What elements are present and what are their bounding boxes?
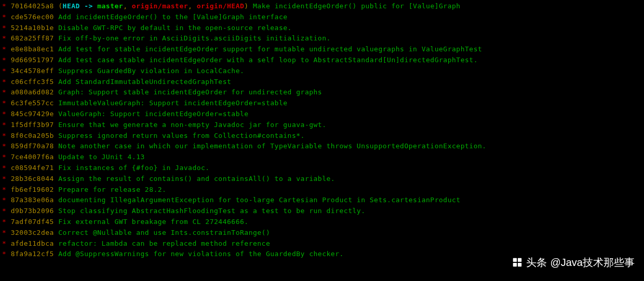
- commit-line: * cde576ec00 Add incidentEdgeOrder() to …: [2, 12, 642, 23]
- commit-hash: 8fa9a12cf5: [11, 250, 54, 258]
- graph-star: *: [2, 250, 6, 258]
- commit-message: Fix external GWT breakage from CL 272446…: [58, 218, 248, 226]
- commit-message: Suppress GuardedBy violation in LocalCac…: [58, 67, 244, 75]
- svg-rect-1: [518, 258, 521, 262]
- commit-message: Update to JUnit 4.13: [58, 153, 145, 161]
- commit-hash: 9d66951797: [11, 56, 54, 64]
- commit-message: Graph: Support stable incidentEdgeOrder …: [58, 88, 322, 96]
- commit-hash: 845c97429e: [11, 110, 54, 118]
- refs-close-paren: ): [244, 2, 248, 10]
- commit-hash: 8f0c0a205b: [11, 132, 54, 139]
- commit-message: Suppress ignored return values from Coll…: [58, 132, 305, 139]
- commit-message: Fix off-by-one error in AsciiDigits.asci…: [58, 34, 331, 42]
- commit-hash: 87a383e06a: [11, 196, 54, 204]
- commit-hash: cde576ec00: [11, 13, 54, 21]
- commit-hash: fb6ef19602: [11, 186, 54, 193]
- svg-rect-3: [518, 263, 521, 266]
- ref-separator: ,: [188, 2, 197, 10]
- graph-star: *: [2, 207, 6, 215]
- commit-hash: 5214a10b1e: [11, 24, 54, 32]
- git-log-output: * 70164025a8 (HEAD -> master, origin/mas…: [2, 1, 642, 260]
- svg-rect-0: [513, 258, 517, 262]
- commit-hash: afde11dbca: [11, 240, 54, 247]
- commit-hash: c08594fe71: [11, 164, 54, 172]
- graph-star: *: [2, 67, 6, 75]
- commit-hash: 7adf07df45: [11, 218, 54, 226]
- commit-hash: 1f5dff3b97: [11, 121, 54, 129]
- commit-message: Ensure that we generate a non-empty Java…: [58, 121, 326, 129]
- graph-star: *: [2, 13, 6, 21]
- commit-message: Assign the result of contains() and cont…: [58, 175, 335, 182]
- graph-star: *: [2, 153, 6, 161]
- commit-line: * e8e8ba8ec1 Add test for stable inciden…: [2, 44, 642, 55]
- watermark-handle: @Java技术那些事: [550, 254, 635, 271]
- graph-star: *: [2, 164, 6, 172]
- commit-line: * fb6ef19602 Prepare for release 28.2.: [2, 185, 642, 195]
- graph-star: *: [2, 99, 6, 107]
- commit-line: * 845c97429e ValueGraph: Support inciden…: [2, 109, 642, 120]
- commit-message: Add @SuppressWarnings for new violations…: [58, 250, 344, 258]
- commit-hash: d9b73b2096: [11, 207, 54, 215]
- graph-star: *: [2, 186, 6, 193]
- commit-hash: 28b36c8044: [11, 175, 54, 182]
- commit-line: * afde11dbca refactor: Lambda can be rep…: [2, 238, 642, 249]
- commit-line: * 8f0c0a205b Suppress ignored return val…: [2, 131, 642, 142]
- graph-star: *: [2, 196, 6, 204]
- graph-star: *: [2, 240, 6, 247]
- commit-message: Add incidentEdgeOrder() to the [Value]Gr…: [58, 13, 287, 21]
- commit-line: * 859df70a78 Note another case in which …: [2, 141, 642, 152]
- commit-hash: 34c4578eff: [11, 67, 54, 75]
- ref-arrow: ->: [80, 2, 97, 10]
- commit-message: Stop classifying AbstractHashFloodingTes…: [58, 207, 365, 215]
- ref-remote-branch: origin/HEAD: [197, 2, 245, 10]
- graph-star: *: [2, 142, 6, 150]
- commit-message: Add StandardImmutableUndirectedGraphTest: [58, 78, 231, 86]
- commit-message: Disable GWT-RPC by default in the open-s…: [58, 24, 292, 32]
- graph-star: *: [2, 132, 6, 139]
- commit-line: * 5214a10b1e Disable GWT-RPC by default …: [2, 23, 642, 34]
- commit-line: * 1f5dff3b97 Ensure that we generate a n…: [2, 120, 642, 131]
- commit-hash: e8e8ba8ec1: [11, 45, 54, 53]
- ref-local-branch: master: [97, 2, 123, 10]
- commit-line: * 6c3fe557cc ImmutableValueGraph: Suppor…: [2, 98, 642, 109]
- commit-hash: 7ce4007f6a: [11, 153, 54, 161]
- commit-hash: c06cffc3f5: [11, 78, 54, 86]
- commit-hash: 682a25ff87: [11, 34, 54, 42]
- graph-star: *: [2, 229, 6, 236]
- graph-star: *: [2, 110, 6, 118]
- commit-message: Correct @Nullable and use Ints.constrain…: [58, 229, 270, 236]
- commit-line: * d9b73b2096 Stop classifying AbstractHa…: [2, 206, 642, 217]
- graph-star: *: [2, 45, 6, 53]
- graph-star: *: [2, 218, 6, 226]
- graph-star: *: [2, 34, 6, 42]
- commit-message: Note another case in which our implement…: [58, 142, 486, 150]
- commit-line: * 87a383e06a documenting IllegalArgument…: [2, 195, 642, 206]
- commit-line: * 682a25ff87 Fix off-by-one error in Asc…: [2, 33, 642, 44]
- ref-remote-branch: origin/master: [132, 2, 188, 10]
- commit-line: * 7adf07df45 Fix external GWT breakage f…: [2, 217, 642, 228]
- commit-message: Add test case stable incidentEdgeOrder w…: [58, 56, 478, 64]
- commit-message: ImmutableValueGraph: Support incidentEdg…: [58, 99, 287, 107]
- commit-message: Make incidentEdgeOrder() public for [Val…: [253, 2, 461, 10]
- commit-hash: a080a6d082: [11, 88, 54, 96]
- graph-star: *: [2, 121, 6, 129]
- commit-line: * 28b36c8044 Assign the result of contai…: [2, 174, 642, 185]
- commit-line: * c06cffc3f5 Add StandardImmutableUndire…: [2, 77, 642, 88]
- commit-line: * a080a6d082 Graph: Support stable incid…: [2, 87, 642, 98]
- commit-hash: 6c3fe557cc: [11, 99, 54, 107]
- ref-head: HEAD: [63, 2, 80, 10]
- commit-message: Fix instances of {#foo} in Javadoc.: [58, 164, 209, 172]
- commit-message: documenting IllegalArgumentException for…: [58, 196, 460, 204]
- watermark-prefix: 头条: [526, 254, 547, 271]
- commit-hash: 32003c2dea: [11, 229, 54, 236]
- watermark-icon: [512, 257, 523, 268]
- graph-star: *: [2, 78, 6, 86]
- graph-star: *: [2, 2, 6, 10]
- commit-line: * 9d66951797 Add test case stable incide…: [2, 55, 642, 66]
- commit-line: * 70164025a8 (HEAD -> master, origin/mas…: [2, 1, 642, 12]
- commit-message: refactor: Lambda can be replaced method …: [58, 240, 270, 247]
- commit-hash: 70164025a8: [11, 2, 54, 10]
- commit-line: * 32003c2dea Correct @Nullable and use I…: [2, 228, 642, 238]
- commit-line: * c08594fe71 Fix instances of {#foo} in …: [2, 163, 642, 174]
- commit-message: Prepare for release 28.2.: [58, 186, 166, 193]
